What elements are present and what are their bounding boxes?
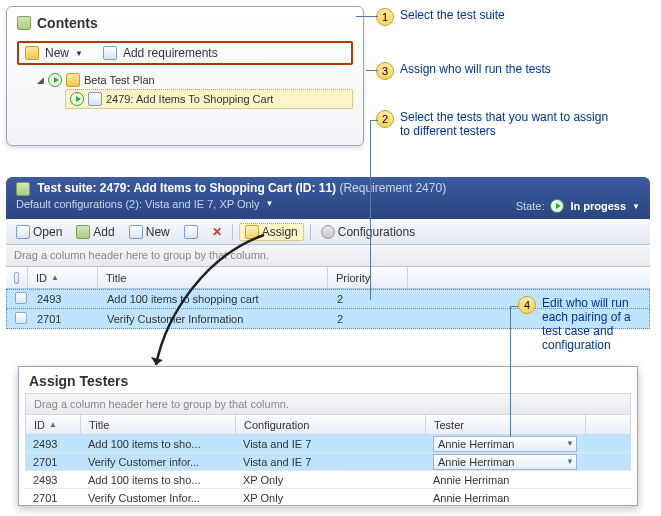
dialog-columns: ID▲ Title Configuration Tester xyxy=(25,415,631,435)
suite-toolbar: Open Add New ✕ Assign Configurations xyxy=(6,219,650,245)
open-label: Open xyxy=(33,225,62,239)
connector-line xyxy=(510,306,518,307)
table-row[interactable]: 2493 Add 100 items to sho... XP Only Ann… xyxy=(25,471,631,489)
connector-line xyxy=(370,120,378,121)
dialog-title: Assign Testers xyxy=(19,367,637,393)
grid-columns: ID▲ Title Priority xyxy=(6,267,650,289)
table-row[interactable]: 2493 Add 100 items to sho... Vista and I… xyxy=(25,435,631,453)
connector-line xyxy=(370,120,371,300)
suite-header: Test suite: 2479: Add Items to Shopping … xyxy=(6,177,650,219)
col-id-label: ID xyxy=(36,272,47,284)
connector-line xyxy=(366,70,378,71)
dlg-col-id[interactable]: ID▲ xyxy=(26,415,81,434)
cell-config: Vista and IE 7 xyxy=(235,437,425,451)
dialog-rows: 2493 Add 100 items to sho... Vista and I… xyxy=(25,435,631,507)
sort-asc-icon: ▲ xyxy=(49,420,57,429)
cell-id: 2493 xyxy=(25,473,80,487)
tester-dropdown[interactable]: Annie Herriman▼ xyxy=(433,436,577,452)
add-requirements-icon xyxy=(103,46,117,60)
add-requirements-button[interactable]: Add requirements xyxy=(123,46,218,60)
chevron-down-icon[interactable]: ▼ xyxy=(566,457,574,466)
table-row[interactable]: 2701 Verify Customer infor... Vista and … xyxy=(25,453,631,471)
play-icon xyxy=(70,92,84,106)
dlg-col-id-label: ID xyxy=(34,419,45,431)
callout-3: 3Assign who will run the tests xyxy=(376,62,551,80)
open-button[interactable]: Open xyxy=(12,223,66,241)
state-value: In progess xyxy=(570,200,626,212)
open-icon xyxy=(16,225,30,239)
callout-num-1: 1 xyxy=(376,8,394,26)
dlg-col-config-label: Configuration xyxy=(244,419,309,431)
cell-config: Vista and IE 7 xyxy=(235,455,425,469)
callout-4: 4Edit who will run each pairing of a tes… xyxy=(518,296,658,352)
contents-toolbar: New ▼ Add requirements xyxy=(17,41,353,65)
col-priority-label: Priority xyxy=(336,272,370,284)
cell-id: 2701 xyxy=(25,455,80,469)
cell-title: Add 100 items to sho... xyxy=(80,437,235,451)
cell-tester: Annie Herriman▼ xyxy=(425,453,585,471)
dlg-col-tester[interactable]: Tester xyxy=(426,415,586,434)
state-play-icon xyxy=(550,199,564,213)
tester-dropdown[interactable]: Annie Herriman▼ xyxy=(433,454,577,470)
suite-requirement: (Requirement 2470) xyxy=(339,181,446,195)
col-icon[interactable] xyxy=(6,267,28,288)
col-id[interactable]: ID▲ xyxy=(28,267,98,288)
tree-child-label: 2479: Add Items To Shopping Cart xyxy=(106,93,273,105)
assign-arrow xyxy=(146,225,276,385)
tree-root-label: Beta Test Plan xyxy=(84,74,155,86)
cell-title: Verify Customer infor... xyxy=(80,455,235,469)
add-icon xyxy=(76,225,90,239)
suite-prefix: Test suite: xyxy=(37,181,96,195)
suite-title: Test suite: 2479: Add Items to Shopping … xyxy=(16,181,640,196)
config-dropdown-icon[interactable]: ▼ xyxy=(266,199,274,208)
sort-asc-icon: ▲ xyxy=(51,273,59,282)
state-label: State: xyxy=(516,200,545,212)
dlg-col-config[interactable]: Configuration xyxy=(236,415,426,434)
separator xyxy=(310,224,311,240)
callout-num-4: 4 xyxy=(518,296,536,314)
tree-root-row[interactable]: ◢ Beta Test Plan xyxy=(37,71,353,89)
new-dropdown-icon[interactable]: ▼ xyxy=(75,49,83,58)
add-button[interactable]: Add xyxy=(72,223,118,241)
row-icon xyxy=(15,292,27,304)
chevron-down-icon[interactable]: ▼ xyxy=(566,439,574,448)
tree-child-row[interactable]: 2479: Add Items To Shopping Cart xyxy=(65,89,353,109)
tester-name: Annie Herriman xyxy=(433,492,509,504)
callout-num-2: 2 xyxy=(376,110,394,128)
contents-icon xyxy=(17,16,31,30)
state-control[interactable]: State: In progess ▼ xyxy=(516,199,640,213)
configurations-button[interactable]: Configurations xyxy=(317,223,419,241)
cell-title: Add 100 items to sho... xyxy=(80,473,235,487)
add-label: Add xyxy=(93,225,114,239)
connector-line xyxy=(510,306,511,436)
col-priority[interactable]: Priority xyxy=(328,267,408,288)
col-title-label: Title xyxy=(106,272,126,284)
tester-name: Annie Herriman xyxy=(433,474,509,486)
cell-tester: Annie Herriman▼ xyxy=(425,435,585,453)
cell-tester: Annie Herriman xyxy=(425,473,585,487)
callout-1-text: Select the test suite xyxy=(400,8,505,22)
state-dropdown-icon[interactable]: ▼ xyxy=(632,202,640,211)
new-button[interactable]: New xyxy=(45,46,69,60)
group-hint[interactable]: Drag a column header here to group by th… xyxy=(6,245,650,267)
cell-id: 2701 xyxy=(29,311,99,327)
plan-folder-icon xyxy=(66,73,80,87)
suite-config-text: Default configurations (2): Vista and IE… xyxy=(16,198,260,210)
column-icon xyxy=(14,272,19,284)
row-icon xyxy=(15,312,27,324)
cell-priority: 2 xyxy=(329,291,409,307)
table-row[interactable]: 2701 Verify Customer Infor... XP Only An… xyxy=(25,489,631,507)
new-folder-icon xyxy=(25,46,39,60)
assign-testers-dialog: Assign Testers Drag a column header here… xyxy=(18,366,638,506)
dlg-col-tester-label: Tester xyxy=(434,419,464,431)
dialog-group-hint[interactable]: Drag a column header here to group by th… xyxy=(25,393,631,415)
cell-id: 2493 xyxy=(25,437,80,451)
suite-name: 2479: Add Items to Shopping Cart (ID: 11… xyxy=(100,181,336,195)
new-icon xyxy=(129,225,143,239)
cell-tester: Annie Herriman xyxy=(425,491,585,505)
tester-name: Annie Herriman xyxy=(438,438,514,450)
cell-title: Verify Customer Infor... xyxy=(80,491,235,505)
callout-2-text: Select the tests that you want to assign… xyxy=(400,110,610,138)
expand-icon[interactable]: ◢ xyxy=(37,75,44,85)
dlg-col-title[interactable]: Title xyxy=(81,415,236,434)
